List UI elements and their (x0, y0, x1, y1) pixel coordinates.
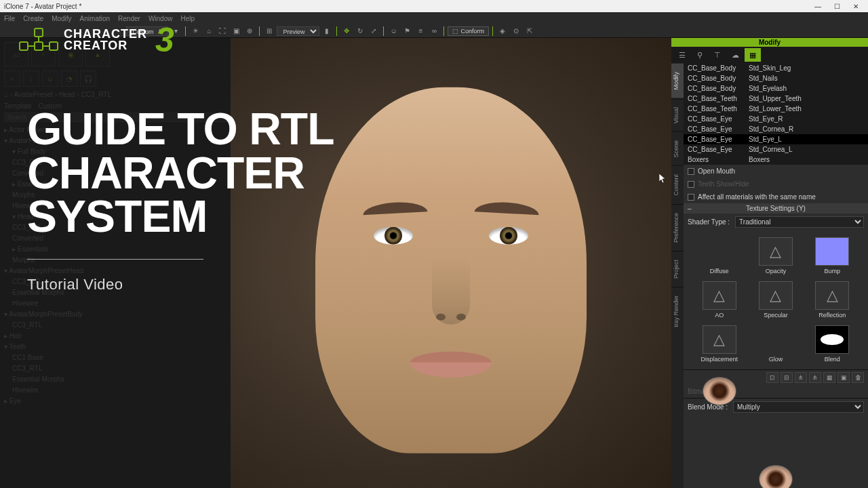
blend-swatch[interactable] (815, 325, 849, 354)
sidetab-scene[interactable]: Scene (671, 131, 684, 166)
warning-icon: △ (713, 331, 725, 348)
menu-bar: File Create Modify Animation Render Wind… (0, 12, 868, 24)
dropdown-icon[interactable]: ▾ (170, 26, 182, 37)
shader-type-select[interactable]: Traditional (735, 216, 864, 228)
modify-tab-row: ☰ ⚲ ⊤ ☁ ▦ (671, 47, 868, 63)
breadcrumb[interactable]: ⌂ › AvatarPreset › Head › CC3_RTL (4, 91, 226, 98)
menu-window[interactable]: Window (149, 15, 173, 22)
affect-all-checkbox[interactable]: Affect all materials with the same name (684, 190, 868, 203)
material-row[interactable]: CC_Base_EyeStd_Eye_L (684, 134, 868, 144)
window-minimize-button[interactable]: — (810, 1, 826, 11)
window-titlebar: iClone 7 - Avatar Project * — ☐ ✕ (0, 0, 868, 12)
tab-custom[interactable]: Custom (39, 102, 62, 110)
flag-icon[interactable]: ⚑ (401, 26, 413, 37)
material-row[interactable]: CC_Base_TeethStd_Upper_Teeth (684, 94, 868, 104)
modify-tab-motion-icon[interactable]: ⚲ (692, 48, 708, 62)
sub-icon-3[interactable]: ☺ (42, 70, 58, 87)
layers-icon[interactable]: ≡ (414, 26, 427, 37)
sub-icon-5[interactable]: 🎧 (80, 70, 96, 87)
menu-animation[interactable]: Animation (80, 15, 110, 22)
menu-render[interactable]: Render (118, 15, 140, 22)
tex-action-5[interactable]: ▦ (823, 372, 835, 383)
search-input[interactable] (4, 113, 226, 122)
material-row[interactable]: CC_Base_BodyStd_Nails (684, 73, 868, 83)
pose-icon[interactable]: ☺ (387, 26, 399, 37)
sidetab-project[interactable]: Project (671, 251, 684, 287)
content-tree[interactable]: ▸ Actor Project▾ AvatarPreset ▾ Full Bod… (4, 125, 226, 407)
material-row[interactable]: CC_Base_BodyStd_Eyelash (684, 83, 868, 94)
export-icon[interactable]: ⇱ (524, 26, 536, 37)
sidetab-iray[interactable]: Iray Render (671, 287, 684, 336)
side-tab-strip: Modify Visual Scene Content Preference P… (671, 63, 684, 488)
avatar-tab-icon[interactable]: ♀ (31, 42, 56, 66)
home-icon[interactable]: ⌂ (203, 26, 215, 37)
scale-icon[interactable]: ⤢ (368, 26, 380, 37)
link-icon[interactable]: ∞ (428, 26, 440, 37)
tex-action-1[interactable]: ⊡ (766, 372, 778, 383)
ao-swatch[interactable]: △ (703, 281, 736, 310)
warning-icon: △ (770, 243, 781, 260)
material-row[interactable]: CC_Base_EyeStd_Eye_R (684, 114, 868, 124)
displacement-swatch[interactable]: △ (703, 325, 736, 354)
tex-action-4[interactable]: ⋔ (809, 372, 821, 383)
specular-swatch[interactable]: △ (759, 281, 793, 310)
search-icon[interactable]: ⊙ (510, 26, 522, 37)
diffuse-swatch[interactable] (703, 377, 736, 405)
glow-swatch[interactable] (759, 465, 793, 488)
tab-template[interactable]: Template (4, 102, 32, 110)
light-icon[interactable]: ☀ (189, 26, 201, 37)
sub-icon-4[interactable]: ◔ (61, 70, 77, 87)
character-head (315, 87, 587, 453)
material-row[interactable]: CC_Base_TeethStd_Lower_Teeth (684, 104, 868, 114)
move-icon[interactable]: ✥ (340, 26, 353, 37)
rotate-icon[interactable]: ↻ (354, 26, 366, 37)
modify-panel: Modify ☰ ⚲ ⊤ ☁ ▦ Modify Visual Scene Con… (671, 38, 868, 488)
modify-tab-cloth-icon[interactable]: ☁ (727, 48, 743, 62)
diamond-icon[interactable]: ◈ (496, 26, 509, 37)
material-list: CC_Base_BodyStd_Skin_LegCC_Base_BodyStd_… (684, 63, 868, 165)
window-maximize-button[interactable]: ☐ (829, 1, 845, 11)
material-row[interactable]: CC_Base_BodyStd_Skin_Leg (684, 63, 868, 73)
sidetab-visual[interactable]: Visual (671, 98, 684, 131)
accessory-tab-icon[interactable]: ◉ (58, 42, 83, 66)
conform-button[interactable]: ⬚Conform (448, 26, 489, 36)
bump-swatch[interactable] (815, 237, 849, 266)
warning-icon: △ (713, 287, 725, 304)
3d-viewport[interactable] (231, 38, 671, 488)
window-close-button[interactable]: ✕ (848, 1, 864, 11)
sub-icon-1[interactable]: ♂ (4, 70, 20, 87)
fit-icon[interactable]: ▣ (230, 26, 242, 37)
modify-tab-bones-icon[interactable]: ⊤ (709, 48, 726, 62)
preview-select[interactable]: Preview (277, 26, 319, 36)
tex-action-6[interactable]: ▣ (837, 372, 850, 383)
project-tab-icon[interactable]: ▭ (4, 42, 28, 66)
add-icon[interactable]: ⊕ (243, 26, 256, 37)
teeth-showhide-checkbox: Teeth Show/Hide (684, 178, 868, 190)
texture-settings-header[interactable]: Texture Settings (Y) (684, 203, 868, 214)
material-row[interactable]: CC_Base_EyeStd_Cornea_L (684, 144, 868, 155)
sub-icon-2[interactable]: ↕ (23, 70, 39, 87)
menu-help[interactable]: Help (180, 15, 195, 22)
tex-delete-icon[interactable]: 🗑 (852, 372, 864, 383)
reflection-swatch[interactable]: △ (815, 281, 849, 310)
camera-preset-select[interactable]: Custom (126, 26, 168, 36)
expand-icon[interactable]: ⛶ (216, 26, 229, 37)
opacity-swatch[interactable]: △ (759, 237, 793, 266)
material-row[interactable]: BoxersBoxers (684, 155, 868, 165)
blend-mode-select[interactable]: Multiply (733, 401, 864, 413)
sidetab-content[interactable]: Content (671, 165, 684, 204)
tex-action-3[interactable]: ⋔ (795, 372, 807, 383)
open-mouth-checkbox[interactable]: Open Mouth (684, 165, 868, 178)
modify-tab-material-icon[interactable]: ▦ (745, 48, 761, 62)
prop-tab-icon[interactable]: ▲ (85, 42, 110, 66)
modify-tab-sliders-icon[interactable]: ☰ (674, 48, 690, 62)
menu-create[interactable]: Create (23, 15, 43, 22)
sidetab-modify[interactable]: Modify (671, 63, 684, 98)
menu-modify[interactable]: Modify (52, 15, 71, 22)
material-row[interactable]: CC_Base_EyeStd_Cornea_R (684, 124, 868, 134)
camera-icon[interactable]: ▮ (321, 26, 333, 37)
menu-file[interactable]: File (4, 15, 15, 22)
snap-icon[interactable]: ⊞ (263, 26, 275, 37)
tex-action-2[interactable]: ⊟ (781, 372, 793, 383)
sidetab-preference[interactable]: Preference (671, 204, 684, 251)
